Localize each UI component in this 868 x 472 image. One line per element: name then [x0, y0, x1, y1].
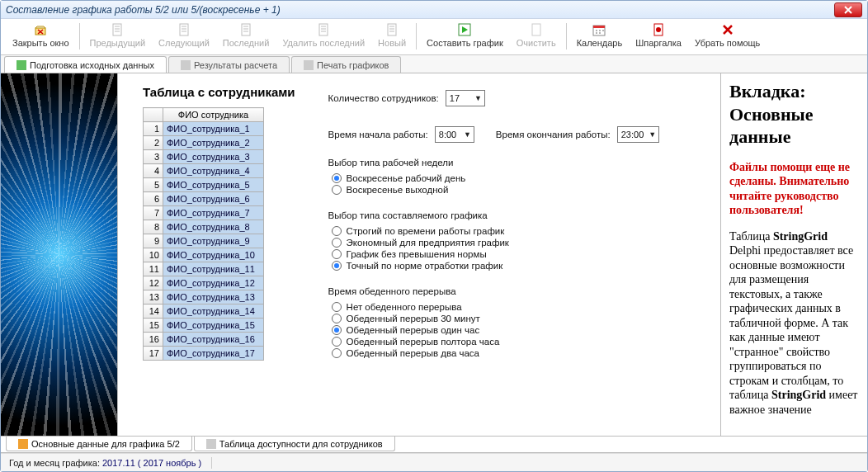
week-option[interactable]: Воскресенье рабочий день — [328, 172, 660, 184]
employee-cell[interactable]: ФИО_сотрудника_4 — [163, 164, 264, 178]
radio-label: Строгий по времени работы график — [347, 226, 505, 236]
page-icon — [317, 23, 330, 36]
employee-cell[interactable]: ФИО_сотрудника_8 — [163, 220, 264, 234]
status-label: Год и месяц графика: — [9, 458, 100, 468]
employee-cell[interactable]: ФИО_сотрудника_7 — [163, 206, 264, 220]
tab[interactable]: Результаты расчета — [168, 56, 290, 73]
schedule-option[interactable]: График без превышения нормы — [328, 248, 660, 260]
toolbar-pdf-button[interactable]: Шпаргалка — [629, 21, 688, 53]
employee-cell[interactable]: ФИО_сотрудника_16 — [163, 333, 264, 347]
radio-label: Воскресенье рабочий день — [347, 173, 466, 183]
employee-cell[interactable]: ФИО_сотрудника_9 — [163, 234, 264, 248]
svg-rect-14 — [304, 60, 314, 70]
table-row: 2ФИО_сотрудника_2 — [144, 136, 264, 150]
top-tabs: Подготовка исходных данныхРезультаты рас… — [1, 55, 867, 73]
employee-cell[interactable]: ФИО_сотрудника_5 — [163, 178, 264, 192]
employee-cell[interactable]: ФИО_сотрудника_3 — [163, 150, 264, 164]
row-header-corner — [144, 108, 163, 122]
table-row: 3ФИО_сотрудника_3 — [144, 150, 264, 164]
tab-label: Таблица доступности для сотрудников — [219, 439, 383, 449]
toolbar-page-button: Следующий — [152, 21, 216, 53]
toolbar-close-button[interactable]: Закрыть окно — [6, 21, 76, 53]
start-time-select[interactable]: 8:00 — [435, 126, 474, 143]
bottom-tabs: Основные данные для графика 5/2Таблица д… — [1, 437, 867, 453]
toolbar-label: Календарь — [577, 38, 623, 48]
schedule-option[interactable]: Строгий по времени работы график — [328, 225, 660, 237]
radio-icon — [332, 337, 342, 347]
table-row: 15ФИО_сотрудника_15 — [144, 319, 264, 333]
employee-cell[interactable]: ФИО_сотрудника_15 — [163, 319, 264, 333]
svg-point-11 — [656, 27, 661, 32]
end-time-label: Время окончания работы: — [496, 130, 611, 139]
group-schedule-title: Выбор типа составляемого графика — [328, 210, 660, 220]
start-time-label: Время начала работы: — [328, 130, 428, 139]
lunch-option[interactable]: Нет обеденного перерыва — [328, 301, 660, 313]
table-row: 13ФИО_сотрудника_13 — [144, 290, 264, 304]
radio-icon — [332, 261, 342, 271]
emp-count-select[interactable]: 17 — [446, 90, 485, 106]
svg-rect-5 — [388, 24, 396, 35]
svg-rect-7 — [532, 24, 540, 35]
radio-icon — [332, 238, 342, 248]
employee-cell[interactable]: ФИО_сотрудника_14 — [163, 304, 264, 319]
radio-label: График без превышения нормы — [347, 249, 487, 259]
bottom-tab[interactable]: Основные данные для графика 5/2 — [6, 437, 192, 451]
week-option[interactable]: Воскресенье выходной — [328, 184, 660, 196]
toolbar-blank-button: Очистить — [510, 21, 563, 53]
toolbar-play-button[interactable]: Составить график — [420, 21, 510, 53]
help-warning: Файлы помощи еще не сделаны. Внимательно… — [729, 160, 859, 218]
schedule-option[interactable]: Экономный для предприятия график — [328, 237, 660, 248]
end-time-select[interactable]: 23:00 — [617, 126, 660, 143]
table-row: 8ФИО_сотрудника_8 — [144, 220, 264, 234]
bottom-tab[interactable]: Таблица доступности для сотрудников — [194, 437, 395, 451]
lunch-option[interactable]: Обеденный перерыв один час — [328, 324, 660, 336]
employee-cell[interactable]: ФИО_сотрудника_1 — [163, 122, 264, 136]
emp-count-label: Количество сотрудников: — [328, 93, 439, 103]
lunch-option[interactable]: Обеденный перерыв полтора часа — [328, 336, 660, 347]
schedule-option[interactable]: Точный по норме отработки график — [328, 260, 660, 271]
tab[interactable]: Подготовка исходных данных — [4, 56, 167, 73]
titlebar: Составление графика работы 5/2 или 5/(во… — [1, 1, 867, 19]
tab-icon — [206, 439, 216, 449]
lunch-option[interactable]: Обеденный перерыв 30 минут — [328, 313, 660, 324]
help-body: Таблица StringGrid Delphi предоставляет … — [729, 229, 859, 418]
employee-cell[interactable]: ФИО_сотрудника_10 — [163, 248, 264, 262]
close-icon — [844, 6, 852, 14]
toolbar-cal-button[interactable]: Календарь — [570, 21, 630, 53]
row-number: 5 — [144, 178, 163, 192]
window-close-button[interactable] — [834, 2, 862, 17]
table-row: 9ФИО_сотрудника_9 — [144, 234, 264, 248]
toolbar-label: Убрать помощь — [695, 38, 760, 48]
table-row: 10ФИО_сотрудника_10 — [144, 248, 264, 262]
tab[interactable]: Печать графиков — [291, 56, 401, 73]
employee-cell[interactable]: ФИО_сотрудника_12 — [163, 276, 264, 290]
x-icon — [721, 23, 734, 36]
tab-icon — [17, 60, 26, 70]
employee-cell[interactable]: ФИО_сотрудника_2 — [163, 136, 264, 150]
page-icon — [177, 23, 191, 36]
toolbar-page-button: Последний — [216, 21, 276, 53]
cal-icon — [592, 23, 606, 36]
radio-label: Экономный для предприятия график — [347, 238, 509, 248]
help-heading: Вкладка: Основные данные — [729, 80, 859, 149]
radio-icon — [332, 325, 342, 335]
toolbar-label: Шпаргалка — [635, 38, 682, 48]
content-area: Таблица с сотрудниками ФИО сотрудника 1Ф… — [118, 73, 720, 436]
employee-cell[interactable]: ФИО_сотрудника_17 — [163, 347, 264, 361]
pdf-icon — [652, 23, 665, 36]
radio-label: Точный по норме отработки график — [347, 261, 503, 271]
play-icon — [458, 23, 471, 36]
toolbar-page-button: Новый — [371, 21, 413, 53]
employee-cell[interactable]: ФИО_сотрудника_13 — [163, 290, 264, 304]
radio-label: Воскресенье выходной — [347, 185, 449, 195]
lunch-option[interactable]: Обеденный перерыв два часа — [328, 347, 660, 359]
employee-table: ФИО сотрудника 1ФИО_сотрудника_12ФИО_сот… — [143, 107, 264, 361]
table-row: 5ФИО_сотрудника_5 — [144, 178, 264, 192]
row-number: 9 — [144, 234, 163, 248]
toolbar-x-button[interactable]: Убрать помощь — [688, 21, 767, 53]
window-title: Составление графика работы 5/2 или 5/(во… — [6, 4, 281, 16]
employee-cell[interactable]: ФИО_сотрудника_11 — [163, 262, 264, 276]
toolbar: Закрыть окноПредыдущийСледующийПоследний… — [1, 19, 867, 55]
employee-cell[interactable]: ФИО_сотрудника_6 — [163, 192, 264, 206]
status-value: 2017.11 ( 2017 ноябрь ) — [102, 458, 201, 468]
